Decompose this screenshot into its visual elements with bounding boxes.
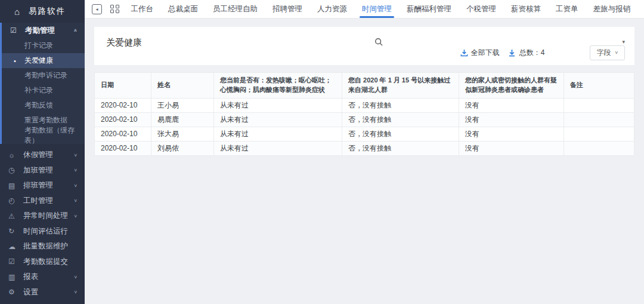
sidebar-group-label: 排班管理 bbox=[23, 180, 53, 191]
header-family-contact-question: 您的家人或密切接触的人群有疑似新冠肺炎患者或确诊患者 bbox=[459, 73, 564, 99]
table-row: 2020-02-10 王小易 从未有过 否，没有接触 没有 bbox=[95, 98, 634, 112]
chevron-down-icon: ∨ bbox=[73, 198, 78, 203]
sidebar-group-attendance-header[interactable]: ☑ 考勤管理 ∧ bbox=[2, 23, 85, 38]
sidebar-group-overtime[interactable]: ◷ 加班管理 ∨ bbox=[0, 163, 85, 179]
chevron-down-icon: ∨ bbox=[73, 275, 78, 280]
schedule-board-icon: ▤ bbox=[8, 182, 18, 190]
main-panel: ◂ 工作台 总裁桌面 员工经理自助 招聘管理 人力资源 时间管理 薪酬福利管理 … bbox=[85, 0, 644, 304]
app-logo-text: 易路软件 bbox=[29, 6, 66, 17]
app-window: ⌂ 易路软件 ☑ 考勤管理 ∧ 打卡记录 • 关爱健康 考勤申诉记录 补卡记录 bbox=[0, 0, 644, 304]
sidebar-group-label: 考勤数据提交 bbox=[23, 257, 68, 267]
sidebar-group-schedule[interactable]: ▤ 排班管理 ∨ bbox=[0, 178, 85, 194]
app-logo[interactable]: ⌂ 易路软件 bbox=[0, 0, 85, 23]
download-icon[interactable] bbox=[508, 49, 516, 57]
sidebar-group-label: 休假管理 bbox=[23, 150, 53, 160]
sidebar-group-workhours[interactable]: ◴ 工时管理 ∨ bbox=[0, 194, 85, 209]
module-tabs: 工作台 总裁桌面 员工经理自助 招聘管理 人力资源 时间管理 薪酬福利管理 个税… bbox=[131, 0, 644, 18]
tab-ceo-desktop[interactable]: 总裁桌面 bbox=[168, 0, 198, 18]
sidebar-item-attendance-feedback[interactable]: 考勤反馈 bbox=[2, 98, 85, 113]
sidebar-group-settings[interactable]: ⚙ 设置 ∨ bbox=[0, 285, 85, 300]
sidebar: ⌂ 易路软件 ☑ 考勤管理 ∧ 打卡记录 • 关爱健康 考勤申诉记录 补卡记录 bbox=[0, 0, 85, 304]
cloud-icon: ☁ bbox=[8, 242, 18, 251]
chevron-down-icon: ∨ bbox=[73, 168, 78, 173]
cell-remarks bbox=[564, 112, 634, 127]
cell-date: 2020-02-10 bbox=[95, 112, 151, 127]
tab-human-resources[interactable]: 人力资源 bbox=[317, 0, 347, 18]
checkbox-icon: ☑ bbox=[8, 257, 18, 266]
page-header-card: 关爱健康 ▾ bbox=[94, 27, 634, 65]
download-tray-icon bbox=[460, 49, 468, 57]
tab-individual-tax[interactable]: 个税管理 bbox=[466, 0, 496, 18]
collapse-arrow-icon: ◂ bbox=[95, 7, 98, 12]
sidebar-item-appeal-records[interactable]: 考勤申诉记录 bbox=[2, 68, 85, 83]
sidebar-item-time-evaluation[interactable]: ↻ 时间评估运行 bbox=[0, 224, 85, 239]
sidebar-group-reports[interactable]: ▥ 报表 ∨ bbox=[0, 269, 85, 285]
sidebar-item-label: 打卡记录 bbox=[24, 41, 53, 51]
cell-remarks bbox=[564, 98, 634, 112]
header-date: 日期 bbox=[95, 73, 151, 99]
cell-name: 张大易 bbox=[151, 127, 214, 141]
cell-remarks bbox=[564, 127, 634, 141]
sidebar-item-clock-records[interactable]: 打卡记录 bbox=[2, 38, 85, 53]
sidebar-item-care-health[interactable]: • 关爱健康 bbox=[2, 53, 85, 68]
sidebar-item-card-replacement[interactable]: 补卡记录 bbox=[2, 83, 85, 98]
cell-date: 2020-02-10 bbox=[95, 141, 151, 155]
table-toolbar: 全部下载 总数：4 字段 ∨ bbox=[104, 45, 625, 60]
cell-symptoms: 从未有过 bbox=[214, 98, 342, 112]
sidebar-item-label: 补卡记录 bbox=[24, 85, 53, 96]
search-dropdown-caret-icon[interactable]: ▾ bbox=[622, 39, 625, 45]
sidebar-item-cache-table[interactable]: 考勤数据（缓存表） bbox=[2, 128, 85, 143]
chevron-up-icon: ∧ bbox=[73, 28, 78, 33]
sidebar-item-label: 考勤反馈 bbox=[24, 100, 53, 110]
sidebar-item-label: 重置考勤数据 bbox=[24, 115, 67, 125]
sidebar-item-label: 关爱健康 bbox=[24, 56, 53, 66]
tab-time-management[interactable]: 时间管理 bbox=[362, 0, 392, 18]
cell-name: 王小易 bbox=[151, 98, 214, 112]
download-all-button[interactable]: 全部下载 bbox=[460, 48, 500, 58]
cell-date: 2020-02-10 bbox=[95, 98, 151, 112]
selected-bullet-icon: • bbox=[14, 57, 16, 65]
tab-compensation-benefits[interactable]: 薪酬福利管理 bbox=[407, 0, 451, 18]
cell-remarks bbox=[564, 141, 634, 155]
sidebar-group-label: 工时管理 bbox=[23, 196, 53, 206]
home-icon: ⌂ bbox=[14, 7, 21, 17]
cell-date: 2020-02-10 bbox=[95, 127, 151, 141]
sun-icon: ☼ bbox=[8, 151, 18, 159]
cell-family-contact: 没有 bbox=[459, 112, 564, 127]
chevron-down-icon: ∨ bbox=[614, 50, 618, 55]
sidebar-group-exception[interactable]: ⚠ 异常时间处理 ∨ bbox=[0, 208, 85, 224]
chevron-down-icon: ∨ bbox=[73, 290, 78, 294]
tab-employee-manager-self-service[interactable]: 员工经理自助 bbox=[213, 0, 258, 18]
chevron-down-icon: ∨ bbox=[73, 153, 78, 158]
attendance-checkbox-icon: ☑ bbox=[10, 26, 20, 35]
tab-payroll-accounting[interactable]: 薪资核算 bbox=[511, 0, 541, 18]
top-navigation-bar: ◂ 工作台 总裁桌面 员工经理自助 招聘管理 人力资源 时间管理 薪酬福利管理 … bbox=[85, 0, 644, 19]
sidebar-group-label: 考勤管理 bbox=[25, 26, 55, 36]
header-symptoms-question: 您当前是否有：发热咳嗽；呕心呕吐；心慌胸闷；肌肉酸痛等新型肺炎症状 bbox=[214, 73, 342, 99]
health-table-card: 日期 姓名 您当前是否有：发热咳嗽；呕心呕吐；心慌胸闷；肌肉酸痛等新型肺炎症状 … bbox=[94, 72, 634, 156]
sidebar-group-leave[interactable]: ☼ 休假管理 ∨ bbox=[0, 148, 85, 163]
sidebar-group-attendance: ☑ 考勤管理 ∧ 打卡记录 • 关爱健康 考勤申诉记录 补卡记录 考勤反馈 重置… bbox=[0, 23, 85, 144]
cell-name: 刘易侬 bbox=[151, 141, 214, 155]
clock-icon: ◴ bbox=[8, 196, 18, 205]
cell-name: 易鹿鹿 bbox=[151, 112, 214, 127]
clock-icon: ◷ bbox=[8, 166, 18, 174]
cell-family-contact: 没有 bbox=[459, 141, 564, 155]
header-name: 姓名 bbox=[151, 73, 214, 99]
sidebar-groups: ☼ 休假管理 ∨ ◷ 加班管理 ∨ ▤ 排班管理 ∨ ◴ 工时管理 ∨ ⚠ 异常 bbox=[0, 144, 85, 304]
fields-button-label: 字段 bbox=[596, 48, 611, 58]
tab-payslip[interactable]: 工资单 bbox=[556, 0, 578, 18]
tab-workbench[interactable]: 工作台 bbox=[131, 0, 154, 18]
sidebar-item-data-submit[interactable]: ☑ 考勤数据提交 bbox=[0, 254, 85, 270]
sidebar-group-label: 设置 bbox=[23, 287, 38, 297]
fields-dropdown-button[interactable]: 字段 ∨ bbox=[590, 45, 625, 60]
cell-hubei-contact: 否，没有接触 bbox=[342, 141, 459, 155]
tab-travel-reimbursement[interactable]: 差旅与报销 bbox=[593, 0, 631, 18]
cell-symptoms: 从未有过 bbox=[214, 127, 342, 141]
collapse-sidebar-button[interactable]: ◂ bbox=[92, 4, 102, 14]
total-count-label: 总数：4 bbox=[519, 48, 545, 58]
sidebar-item-batch-maintenance[interactable]: ☁ 批量数据维护 bbox=[0, 239, 85, 254]
tab-recruitment[interactable]: 招聘管理 bbox=[273, 0, 302, 18]
cell-family-contact: 没有 bbox=[459, 127, 564, 141]
apps-grid-icon[interactable] bbox=[110, 5, 119, 14]
